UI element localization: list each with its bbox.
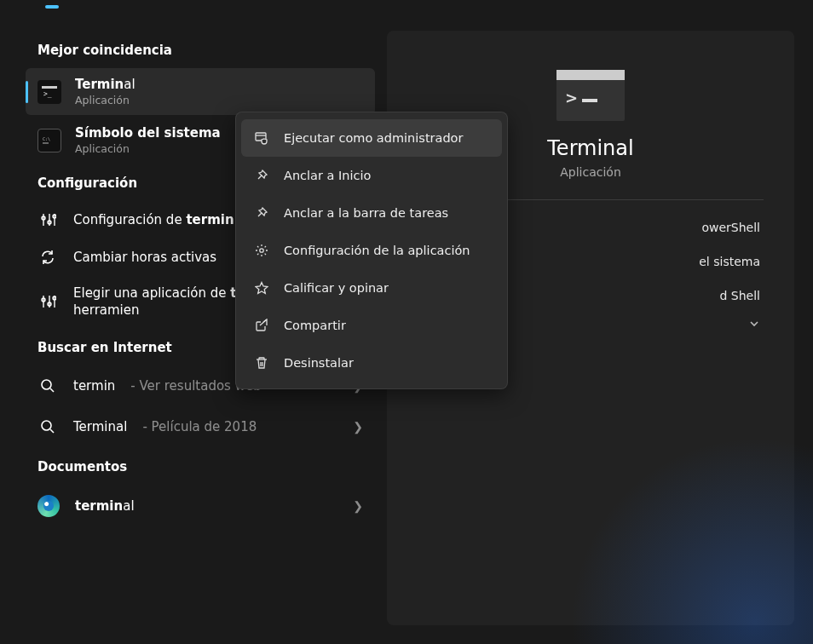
- web-suffix: - Película de 2018: [142, 419, 257, 434]
- web-search-terminal-movie[interactable]: Terminal - Película de 2018 ❯: [26, 406, 375, 447]
- terminal-hero-icon: >: [556, 70, 625, 121]
- doc-title: terminal: [75, 498, 135, 514]
- edge-icon: [37, 495, 60, 517]
- shield-window-icon: [253, 129, 270, 147]
- ctx-app-settings[interactable]: Configuración de la aplicación: [241, 232, 502, 269]
- result-title: Símbolo del sistema: [75, 125, 221, 141]
- ctx-label: Ejecutar como administrador: [284, 131, 463, 145]
- svg-text:>_: >_: [43, 90, 52, 98]
- svg-rect-0: [42, 86, 57, 89]
- svg-point-18: [42, 421, 51, 430]
- ctx-uninstall[interactable]: Desinstalar: [241, 344, 502, 382]
- cmd-icon: C:\: [37, 129, 61, 152]
- result-subtitle: Aplicación: [75, 94, 136, 106]
- sliders-icon: [37, 291, 58, 312]
- pin-icon: [253, 204, 270, 221]
- svg-point-16: [42, 380, 51, 389]
- section-best-match: Mejor coincidencia: [37, 43, 375, 58]
- sliders-icon: [37, 210, 58, 230]
- ctx-run-as-admin[interactable]: Ejecutar como administrador: [241, 119, 502, 157]
- search-icon: [37, 376, 58, 396]
- ctx-pin-taskbar[interactable]: Anclar a la barra de tareas: [241, 194, 502, 232]
- star-icon: [253, 279, 270, 296]
- context-menu: Ejecutar como administrador Anclar a Ini…: [235, 112, 508, 389]
- chevron-right-icon: ❯: [353, 420, 363, 434]
- svg-text:C:\: C:\: [43, 136, 50, 141]
- result-terminal[interactable]: >_ Terminal Aplicación: [26, 68, 375, 115]
- gear-icon: [253, 242, 270, 259]
- chevron-down-icon: [748, 318, 760, 330]
- search-icon: [37, 417, 58, 437]
- chevron-right-icon: ❯: [353, 499, 363, 513]
- search-box-active-indicator: [45, 5, 59, 9]
- ctx-label: Configuración de la aplicación: [284, 244, 470, 257]
- svg-point-22: [260, 249, 263, 252]
- sync-icon: [37, 247, 58, 267]
- web-query: Terminal: [73, 419, 127, 434]
- ctx-label: Compartir: [284, 319, 346, 332]
- ctx-label: Anclar a la barra de tareas: [284, 206, 448, 220]
- share-icon: [253, 317, 270, 334]
- terminal-icon: >_: [37, 80, 61, 104]
- svg-line-17: [50, 388, 54, 392]
- ctx-label: Desinstalar: [284, 356, 354, 370]
- pin-icon: [253, 167, 270, 184]
- ctx-label: Calificar y opinar: [284, 281, 389, 295]
- svg-line-19: [50, 429, 54, 433]
- document-terminal[interactable]: terminal ❯: [26, 485, 375, 527]
- ctx-label: Anclar a Inicio: [284, 169, 371, 182]
- result-title: Terminal: [75, 77, 136, 92]
- section-documents: Documentos: [37, 459, 375, 474]
- web-query: termin: [73, 378, 115, 394]
- result-subtitle: Aplicación: [75, 142, 221, 155]
- ctx-pin-start[interactable]: Anclar a Inicio: [241, 157, 502, 194]
- ctx-rate-review[interactable]: Calificar y opinar: [241, 269, 502, 307]
- ctx-share[interactable]: Compartir: [241, 307, 502, 344]
- trash-icon: [253, 354, 270, 371]
- svg-marker-23: [256, 283, 268, 294]
